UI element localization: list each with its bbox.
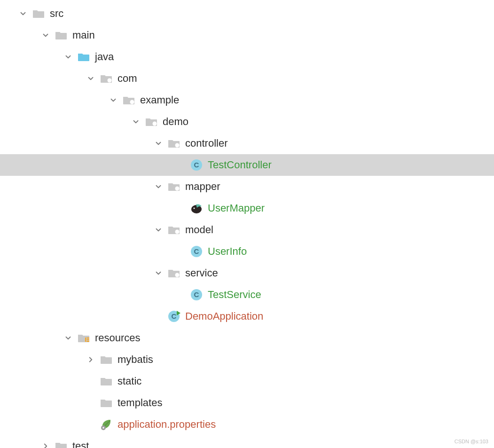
svg-text:C: C <box>172 312 177 320</box>
svg-text:C: C <box>194 161 199 169</box>
svg-point-22 <box>175 273 180 277</box>
tree-item-appprops[interactable]: application.properties <box>0 414 494 435</box>
tree-item-label: TestService <box>208 290 261 300</box>
tree-item-label: DemoApplication <box>185 311 263 322</box>
tree-item-controller[interactable]: controller <box>0 133 494 154</box>
chevron-down-icon[interactable] <box>149 269 167 277</box>
chevron-down-icon[interactable] <box>59 334 77 342</box>
svg-rect-34 <box>101 401 112 407</box>
class-icon: C <box>190 245 203 258</box>
svg-rect-30 <box>86 339 89 340</box>
tree-item-label: main <box>72 30 95 40</box>
tree-item-static[interactable]: static <box>0 370 494 392</box>
watermark: CSDN @s:103 <box>455 439 488 444</box>
chevron-down-icon[interactable] <box>149 182 167 191</box>
folder-arc-icon <box>167 137 180 150</box>
tree-item-label: com <box>118 73 137 84</box>
chevron-down-icon[interactable] <box>104 96 122 104</box>
svg-point-8 <box>153 122 157 126</box>
tree-item-service[interactable]: service <box>0 262 494 284</box>
tree-item-label: mapper <box>185 181 220 192</box>
svg-rect-2 <box>78 55 89 61</box>
svg-rect-32 <box>101 357 112 364</box>
svg-rect-28 <box>85 338 86 342</box>
chevron-down-icon[interactable] <box>127 118 145 126</box>
svg-point-18 <box>175 230 180 234</box>
tree-item-test[interactable]: test <box>0 435 494 448</box>
svg-rect-29 <box>86 338 89 338</box>
folder-icon <box>100 375 113 388</box>
tree-item-java[interactable]: java <box>0 46 494 68</box>
tree-item-DemoApp[interactable]: CDemoApplication <box>0 306 494 327</box>
tree-item-src[interactable]: src <box>0 3 494 24</box>
tree-item-UserMapper[interactable]: UserMapper <box>0 197 494 219</box>
svg-rect-1 <box>55 33 67 39</box>
svg-point-4 <box>108 79 112 83</box>
folder-arc-icon <box>122 94 135 107</box>
tree-item-mybatis[interactable]: mybatis <box>0 349 494 370</box>
tree-item-demo[interactable]: demo <box>0 111 494 133</box>
tree-item-TestSvc[interactable]: CTestService <box>0 284 494 306</box>
tree-item-label: templates <box>118 398 162 408</box>
tree-item-model[interactable]: model <box>0 219 494 241</box>
tree-item-label: UserInfo <box>208 246 247 257</box>
folder-icon <box>100 396 113 409</box>
folder-icon <box>100 353 113 366</box>
folder-icon <box>55 29 68 42</box>
tree-item-label: application.properties <box>118 419 216 430</box>
svg-rect-0 <box>33 11 44 18</box>
svg-text:C: C <box>194 247 199 255</box>
tree-item-label: TestController <box>208 160 272 170</box>
class-icon: C <box>190 288 203 301</box>
folder-blue-icon <box>77 50 90 63</box>
folder-icon <box>32 7 45 20</box>
tree-item-TestCtrl[interactable]: CTestController <box>0 154 494 176</box>
svg-rect-33 <box>101 379 112 385</box>
svg-point-16 <box>194 208 195 209</box>
tree-item-UserInfo[interactable]: CUserInfo <box>0 241 494 262</box>
chevron-right-icon[interactable] <box>37 442 55 448</box>
folder-arc-icon <box>167 223 180 236</box>
chevron-right-icon[interactable] <box>82 355 100 364</box>
folder-res-icon <box>77 331 90 345</box>
folder-arc-icon <box>167 180 180 193</box>
tree-item-example[interactable]: example <box>0 89 494 111</box>
tree-item-label: controller <box>185 138 227 149</box>
tree-item-mapper[interactable]: mapper <box>0 176 494 197</box>
tree-item-label: service <box>185 268 218 278</box>
tree-item-label: src <box>50 8 63 19</box>
svg-point-6 <box>130 100 134 104</box>
svg-text:C: C <box>194 291 199 299</box>
chevron-down-icon[interactable] <box>149 226 167 234</box>
tree-item-main[interactable]: main <box>0 24 494 46</box>
chevron-down-icon[interactable] <box>82 74 100 83</box>
svg-point-36 <box>102 427 104 429</box>
tree-item-label: java <box>95 52 114 62</box>
bird-icon <box>190 202 203 215</box>
leaf-icon <box>100 418 113 431</box>
tree-item-label: UserMapper <box>208 203 265 213</box>
svg-rect-31 <box>86 341 89 342</box>
folder-icon <box>55 440 68 448</box>
tree-item-label: model <box>185 225 213 235</box>
svg-rect-37 <box>55 444 67 448</box>
chevron-down-icon[interactable] <box>14 9 32 18</box>
project-tree[interactable]: srcmainjavacomexampledemocontrollerCTest… <box>0 0 494 448</box>
tree-item-label: test <box>72 441 89 448</box>
tree-item-com[interactable]: com <box>0 68 494 89</box>
tree-item-templates[interactable]: templates <box>0 392 494 414</box>
class-run-icon: C <box>167 310 180 323</box>
tree-item-label: resources <box>95 333 141 343</box>
tree-item-label: static <box>118 376 141 386</box>
svg-point-10 <box>175 143 180 148</box>
tree-item-resources[interactable]: resources <box>0 327 494 349</box>
svg-point-14 <box>175 187 180 191</box>
folder-arc-icon <box>167 267 180 280</box>
chevron-down-icon[interactable] <box>59 53 77 61</box>
tree-item-label: demo <box>163 117 188 127</box>
tree-item-label: example <box>140 95 179 105</box>
chevron-down-icon[interactable] <box>149 139 167 148</box>
class-icon: C <box>190 158 203 172</box>
chevron-down-icon[interactable] <box>37 31 55 39</box>
folder-arc-icon <box>100 72 113 85</box>
